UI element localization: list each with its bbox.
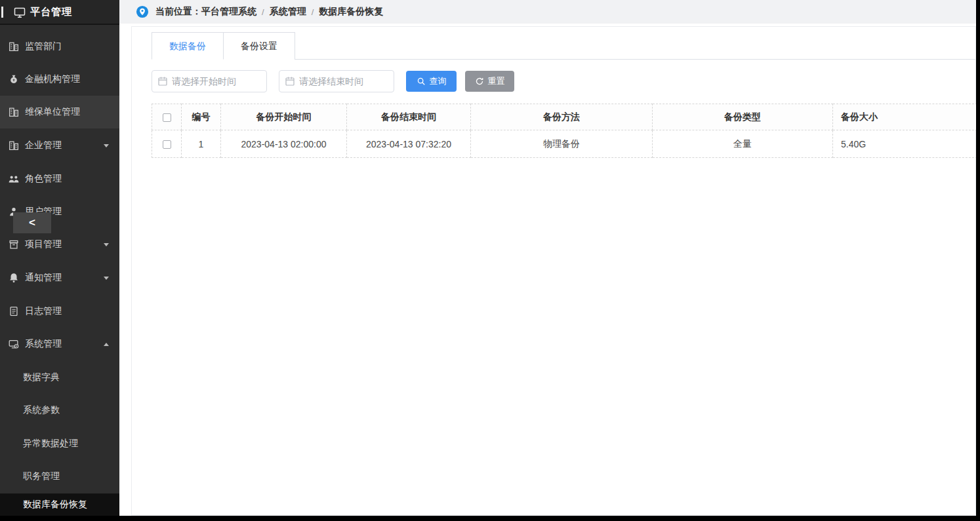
calendar-icon — [285, 76, 295, 87]
chevron-down-icon — [104, 243, 109, 246]
monitor-gear-icon — [8, 338, 20, 350]
tab-bar: 数据备份 备份设置 — [152, 32, 975, 60]
sidebar-item-financial-org[interactable]: 金融机构管理 — [0, 63, 119, 96]
sidebar-item-label: 维保单位管理 — [25, 106, 119, 118]
app-title: 平台管理 — [30, 6, 72, 18]
tab-backup-settings[interactable]: 备份设置 — [224, 32, 295, 60]
header-end-time: 备份结束时间 — [347, 104, 471, 130]
header-type: 备份类型 — [653, 104, 833, 130]
users-icon — [8, 173, 20, 185]
sidebar-subitem-label: 职务管理 — [23, 471, 60, 482]
cell-id: 1 — [182, 130, 221, 158]
end-time-picker[interactable] — [279, 70, 394, 92]
backup-table: 编号 备份开始时间 备份结束时间 备份方法 备份类型 备份大小 1 2023-0… — [152, 104, 977, 158]
cell-end-time: 2023-04-13 07:32:20 — [347, 130, 471, 158]
app-logo: 平台管理 — [0, 0, 119, 25]
chevron-down-icon — [104, 144, 109, 147]
box-icon — [8, 239, 20, 250]
content-panel: 数据备份 备份设置 查询 — [131, 26, 976, 516]
screen-edge-right — [976, 0, 980, 521]
breadcrumb: 当前位置： 平台管理系统 / 系统管理 / 数据库备份恢复 — [119, 0, 976, 24]
end-time-input[interactable] — [299, 71, 391, 92]
sidebar-item-role[interactable]: 角色管理 — [0, 163, 119, 195]
sidebar-subitem-system-params[interactable]: 系统参数 — [0, 394, 119, 427]
building-icon — [8, 41, 20, 52]
location-pin-icon — [136, 5, 149, 18]
table-row: 1 2023-04-13 02:00:00 2023-04-13 07:32:2… — [152, 130, 977, 158]
calendar-icon — [157, 76, 168, 87]
bell-icon — [8, 272, 20, 284]
sidebar-item-maintenance-unit[interactable]: 维保单位管理 — [0, 96, 119, 128]
start-time-input[interactable] — [172, 71, 264, 92]
search-icon — [417, 77, 426, 86]
sidebar-item-label: 日志管理 — [25, 305, 119, 317]
sidebar-item-log[interactable]: 日志管理 — [0, 295, 119, 328]
sidebar-subitem-label: 系统参数 — [23, 404, 60, 416]
sidebar-subitem-position-mgmt[interactable]: 职务管理 — [0, 460, 119, 493]
monitor-icon — [13, 6, 26, 19]
building-icon — [8, 140, 20, 151]
sidebar-item-label: 通知管理 — [25, 272, 104, 284]
screen-edge-bottom — [0, 516, 980, 521]
tab-data-backup[interactable]: 数据备份 — [152, 32, 224, 60]
sidebar-subitem-data-dictionary[interactable]: 数据字典 — [0, 361, 119, 394]
select-all-cell — [152, 104, 182, 130]
sidebar-subitem-abnormal-data[interactable]: 异常数据处理 — [0, 427, 119, 460]
sidebar-item-system[interactable]: 系统管理 — [0, 328, 119, 360]
breadcrumb-segment-db-backup: 数据库备份恢复 — [319, 6, 383, 18]
collapse-chevron-icon: < — [29, 216, 35, 229]
sidebar-item-label: 企业管理 — [25, 140, 104, 151]
sidebar-subitem-label: 数据库备份恢复 — [23, 499, 87, 511]
moneybag-icon — [8, 73, 20, 85]
sidebar-subitem-db-backup-restore[interactable]: 数据库备份恢复 — [0, 493, 119, 516]
breadcrumb-prefix: 当前位置： — [155, 6, 201, 18]
chevron-down-icon — [104, 277, 109, 280]
building-icon — [8, 106, 20, 118]
reset-button[interactable]: 重置 — [465, 71, 514, 92]
select-all-checkbox[interactable] — [163, 113, 171, 122]
refresh-icon — [475, 77, 484, 86]
header-method: 备份方法 — [471, 104, 653, 130]
app-window: 平台管理 监管部门 金融机构管理 维保单位管理 企业管理 角色管理 用户管理 — [0, 0, 980, 521]
header-start-time: 备份开始时间 — [221, 104, 347, 130]
cell-start-time: 2023-04-13 02:00:00 — [221, 130, 347, 158]
sidebar-item-label: 项目管理 — [25, 239, 104, 250]
sidebar-item-label: 角色管理 — [25, 173, 119, 185]
start-time-picker[interactable] — [152, 70, 267, 92]
breadcrumb-segment-platform: 平台管理系统 — [201, 6, 256, 18]
sidebar: 平台管理 监管部门 金融机构管理 维保单位管理 企业管理 角色管理 用户管理 — [0, 0, 119, 516]
reset-button-label: 重置 — [488, 75, 505, 87]
sidebar-subitem-label: 异常数据处理 — [23, 438, 78, 450]
query-button-label: 查询 — [430, 75, 447, 87]
sidebar-item-label: 金融机构管理 — [25, 73, 119, 85]
sidebar-item-label: 监管部门 — [25, 41, 119, 52]
row-checkbox[interactable] — [163, 140, 171, 149]
cell-size: 5.40G — [833, 130, 977, 158]
query-button[interactable]: 查询 — [406, 71, 457, 92]
header-id: 编号 — [182, 104, 221, 130]
log-icon — [8, 305, 20, 317]
sidebar-item-notification[interactable]: 通知管理 — [0, 261, 119, 294]
cell-type: 全量 — [653, 130, 833, 158]
row-select-cell — [152, 130, 182, 158]
main-area: 当前位置： 平台管理系统 / 系统管理 / 数据库备份恢复 数据备份 备份设置 — [119, 0, 976, 516]
sidebar-item-label: 系统管理 — [25, 338, 104, 350]
sidebar-item-enterprise[interactable]: 企业管理 — [0, 129, 119, 162]
breadcrumb-segment-system: 系统管理 — [270, 6, 306, 18]
sidebar-subitem-label: 数据字典 — [23, 372, 60, 383]
table-header-row: 编号 备份开始时间 备份结束时间 备份方法 备份类型 备份大小 — [152, 104, 977, 130]
chevron-up-icon — [104, 343, 109, 346]
cell-method: 物理备份 — [471, 130, 653, 158]
filter-row: 查询 重置 — [152, 70, 514, 92]
breadcrumb-separator: / — [312, 7, 314, 17]
breadcrumb-separator: / — [262, 7, 264, 17]
header-size: 备份大小 — [833, 104, 977, 130]
logo-divider — [1, 7, 3, 18]
sidebar-item-supervision-dept[interactable]: 监管部门 — [0, 30, 119, 63]
sidebar-collapse-toggle[interactable]: < — [13, 212, 51, 233]
